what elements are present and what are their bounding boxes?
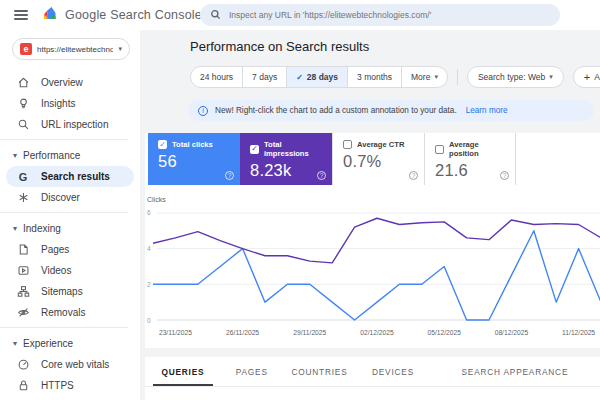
url-inspect-input[interactable]: [229, 10, 550, 20]
checkbox-unchecked-icon[interactable]: [435, 145, 444, 154]
pages-icon: [16, 243, 30, 257]
caret-down-icon: ▾: [118, 45, 122, 53]
gauge-icon: [16, 358, 30, 372]
url-inspection-bar[interactable]: [200, 4, 560, 26]
x-axis-tick-label: 02/12/2025: [360, 329, 394, 336]
help-icon[interactable]: ?: [225, 171, 234, 180]
x-axis-tick-label: 11/12/2025: [562, 329, 595, 336]
y-axis-tick-label: 2: [147, 281, 151, 288]
tab-countries[interactable]: COUNTRIES: [283, 357, 357, 386]
sidebar-item-search-results[interactable]: G Search results: [6, 166, 134, 187]
sidebar-section-label: Indexing: [23, 223, 61, 234]
sidebar-item-label: Discover: [41, 192, 80, 203]
sidebar-item-sitemaps[interactable]: Sitemaps: [0, 281, 140, 302]
property-favicon: e: [20, 43, 32, 55]
page-title: Performance on Search results: [190, 39, 369, 54]
learn-more-link[interactable]: Learn more: [466, 106, 508, 115]
sidebar-item-core-web-vitals[interactable]: Core web vitals: [0, 354, 140, 375]
info-icon: i: [198, 106, 208, 116]
tab-pages[interactable]: PAGES: [221, 357, 283, 386]
home-icon: [16, 76, 30, 90]
checkbox-checked-icon[interactable]: ✓: [250, 145, 259, 154]
sidebar-item-label: Overview: [41, 77, 83, 88]
magnifier-icon: [16, 118, 30, 132]
sidebar-item-label: Videos: [41, 265, 71, 276]
metric-card-total-clicks[interactable]: ✓ Total clicks 56 ?: [148, 133, 240, 185]
sidebar-section-experience[interactable]: ▾ Experience: [0, 332, 140, 354]
y-axis-tick-label: 4: [147, 245, 151, 252]
hamburger-menu-icon[interactable]: [14, 10, 28, 20]
date-range-more[interactable]: More ▾: [402, 67, 447, 87]
sidebar-divider: [0, 327, 128, 328]
sidebar-item-label: Pages: [41, 244, 69, 255]
tab-queries[interactable]: QUERIES: [145, 357, 221, 386]
property-selector[interactable]: e https://elitewebtechnoL.. ▾: [12, 38, 130, 60]
sidebar-item-discover[interactable]: Discover: [0, 187, 140, 208]
caret-down-icon: ▾: [549, 73, 553, 81]
dimensions-table-card: QUERIES PAGES COUNTRIES DEVICES SEARCH A…: [145, 357, 600, 400]
dimension-tabs: QUERIES PAGES COUNTRIES DEVICES SEARCH A…: [145, 357, 600, 387]
metric-value: 8.23k: [250, 161, 324, 180]
checkbox-unchecked-icon[interactable]: [343, 140, 352, 149]
help-icon[interactable]: ?: [500, 171, 509, 180]
metric-value: 21.6: [435, 161, 507, 180]
metric-card-average-position[interactable]: Average position 21.6 ?: [424, 133, 516, 185]
property-label: https://elitewebtechnoL..: [37, 45, 113, 54]
caret-down-icon: ▾: [434, 73, 438, 81]
sidebar-item-label: Search results: [41, 171, 110, 182]
sidebar-item-overview[interactable]: Overview: [0, 72, 140, 93]
sidebar-item-label: URL inspection: [41, 119, 108, 130]
search-type-filter[interactable]: Search type: Web ▾: [467, 66, 564, 88]
help-icon[interactable]: ?: [317, 171, 326, 180]
discover-asterisk-icon: [16, 191, 30, 205]
filter-bar: 24 hours 7 days ✓ 28 days 3 months More …: [190, 66, 600, 88]
metric-value: 56: [158, 152, 232, 171]
sidebar-section-label: Experience: [23, 338, 73, 349]
sidebar: e https://elitewebtechnoL.. ▾ Overview I…: [0, 30, 140, 400]
date-range-7-days[interactable]: 7 days: [243, 67, 287, 87]
date-range-24-hours[interactable]: 24 hours: [191, 67, 243, 87]
sidebar-section-performance[interactable]: ▾ Performance: [0, 144, 140, 166]
sidebar-item-label: Sitemaps: [41, 286, 83, 297]
plus-icon: +: [584, 71, 590, 83]
help-icon[interactable]: ?: [409, 171, 418, 180]
lightbulb-icon: [16, 97, 30, 111]
performance-card: ✓ Total clicks 56 ? ✓ Total impressions …: [145, 133, 600, 348]
sidebar-section-indexing[interactable]: ▾ Indexing: [0, 217, 140, 239]
sidebar-item-videos[interactable]: Videos: [0, 260, 140, 281]
search-icon: [210, 6, 221, 24]
add-filter-button[interactable]: + Add filter: [573, 66, 600, 88]
app-title: Google Search Console: [65, 8, 202, 22]
sidebar-item-https[interactable]: HTTPS: [0, 375, 140, 396]
tab-devices[interactable]: DEVICES: [356, 357, 430, 386]
series-line: [153, 231, 600, 320]
sidebar-item-label: HTTPS: [41, 380, 74, 391]
x-axis-tick-label: 29/11/2025: [293, 329, 326, 336]
sidebar-item-insights[interactable]: Insights: [0, 93, 140, 114]
checkbox-checked-icon[interactable]: ✓: [158, 140, 167, 149]
sidebar-item-removals[interactable]: Removals: [0, 302, 140, 323]
metric-value: 0.7%: [343, 152, 416, 171]
tab-search-appearance[interactable]: SEARCH APPEARANCE: [430, 357, 600, 386]
x-axis-tick-label: 26/11/2025: [226, 329, 259, 336]
y-axis-tick-label: 6: [147, 209, 151, 216]
sidebar-item-pages[interactable]: Pages: [0, 239, 140, 260]
video-icon: [16, 264, 30, 278]
date-range-28-days[interactable]: ✓ 28 days: [287, 67, 348, 87]
search-console-logo-icon: [42, 5, 58, 25]
sidebar-item-label: Core web vitals: [41, 359, 109, 370]
metric-card-average-ctr[interactable]: Average CTR 0.7% ?: [332, 133, 424, 185]
sidebar-divider: [0, 212, 128, 213]
metric-cards-row: ✓ Total clicks 56 ? ✓ Total impressions …: [148, 133, 516, 185]
banner-text: New! Right-click the chart to add a cust…: [215, 106, 457, 115]
y-axis-title: Clicks: [147, 196, 166, 203]
top-app-bar: Google Search Console: [0, 0, 600, 30]
sitemap-icon: [16, 285, 30, 299]
performance-chart: 0246Clicks23/11/202526/11/202529/11/2025…: [145, 195, 600, 345]
sidebar-item-url-inspection[interactable]: URL inspection: [0, 114, 140, 135]
sidebar-item-label: Removals: [41, 307, 85, 318]
filter-divider: [457, 69, 458, 85]
x-axis-tick-label: 23/11/2025: [159, 329, 192, 336]
date-range-3-months[interactable]: 3 months: [348, 67, 402, 87]
metric-card-total-impressions[interactable]: ✓ Total impressions 8.23k ?: [240, 133, 332, 185]
